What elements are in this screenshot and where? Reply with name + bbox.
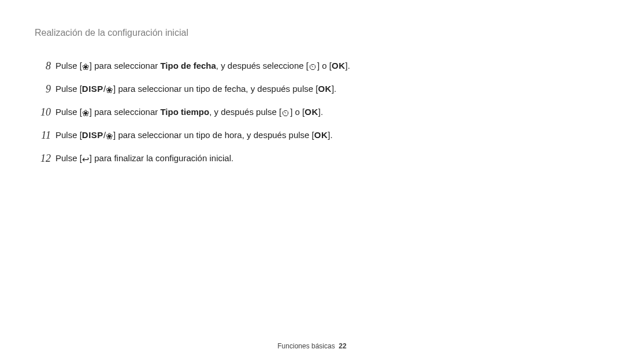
step-bold-text: Tipo de fecha [160,61,216,70]
manual-page: Realización de la configuración inicial … [0,0,624,364]
step-text: ] para seleccionar un tipo de fecha, y d… [113,84,318,94]
step-number: 8 [35,59,51,73]
page-header: Realización de la configuración inicial [35,28,589,38]
steps-list: 8Pulse [❀] para seleccionar Tipo de fech… [35,59,381,166]
step-item: 8Pulse [❀] para seleccionar Tipo de fech… [35,59,381,74]
step-number: 12 [35,151,51,166]
ok-label: OK [318,84,332,94]
step-number: 11 [35,128,51,143]
back-icon: ↩ [82,153,90,166]
step-body: Pulse [DISP/❀] para seleccionar un tipo … [55,82,381,97]
ok-label: OK [314,130,328,140]
ok-label: OK [304,107,318,117]
step-item: 11Pulse [DISP/❀] para seleccionar un tip… [35,128,381,143]
step-body: Pulse [❀] para seleccionar Tipo tiempo, … [55,105,381,120]
step-number: 10 [35,105,51,120]
timer-icon: ⏲ [309,60,317,74]
ok-label: OK [332,61,346,70]
macro-icon: ❀ [106,83,113,97]
footer-page-number: 22 [339,342,346,350]
step-body: Pulse [❀] para seleccionar Tipo de fecha… [55,59,381,74]
timer-icon: ⏲ [281,106,290,120]
step-text: ]. [318,107,323,117]
step-text: ] para seleccionar [90,61,161,70]
step-text: ] para finalizar la configuración inicia… [90,153,233,163]
step-text: ]. [332,84,336,94]
step-text: ]. [328,130,332,140]
step-text: Pulse [ [55,107,82,117]
step-body: Pulse [↩] para finalizar la configuració… [55,151,381,166]
step-body: Pulse [DISP/❀] para seleccionar un tipo … [55,128,381,143]
step-text: Pulse [ [55,153,82,163]
page-footer: Funciones básicas 22 [0,342,624,350]
step-item: 10Pulse [❀] para seleccionar Tipo tiempo… [35,105,381,120]
step-text: Pulse [ [55,84,82,94]
step-text: ] para seleccionar [90,107,161,117]
disp-label: DISP [82,84,103,94]
step-bold-text: Tipo tiempo [160,107,209,117]
disp-label: DISP [82,130,103,140]
step-text: , y después seleccione [ [216,61,309,70]
step-text: Pulse [ [55,130,82,140]
step-text: Pulse [ [55,61,82,70]
step-text: ] o [ [290,107,304,117]
step-text: ] o [ [317,61,332,70]
step-item: 12Pulse [↩] para finalizar la configurac… [35,151,381,166]
footer-section: Funciones básicas [277,342,335,350]
macro-icon: ❀ [82,60,90,74]
step-item: 9Pulse [DISP/❀] para seleccionar un tipo… [35,82,381,97]
macro-icon: ❀ [82,106,90,120]
step-text: ]. [345,61,350,70]
step-number: 9 [35,82,51,96]
step-text: , y después pulse [ [209,107,281,117]
macro-icon: ❀ [106,129,113,143]
step-text: ] para seleccionar un tipo de hora, y de… [113,130,314,140]
